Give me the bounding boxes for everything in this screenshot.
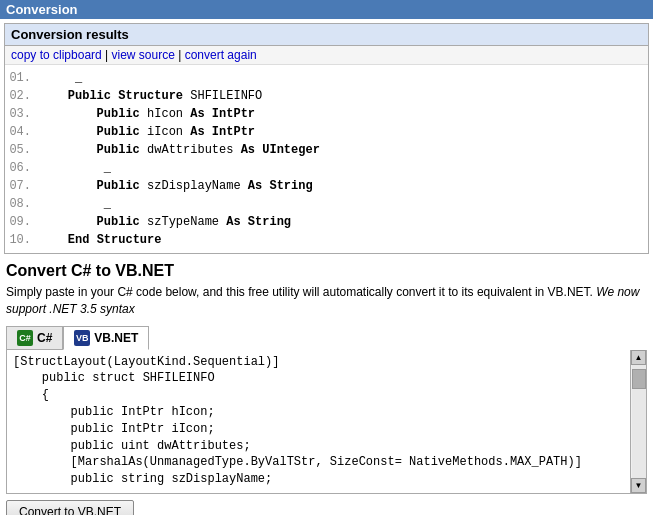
tab-csharp-label: C# [37,331,52,345]
line-code: Public iIcon As IntPtr [39,123,255,141]
line-code: Public dwAttributes As UInteger [39,141,320,159]
code-line: 03. Public hIcon As IntPtr [5,105,648,123]
code-line: 06. _ [5,159,648,177]
view-source-link[interactable]: view source [112,48,175,62]
tab-csharp[interactable]: C# C# [6,326,63,350]
line-number: 07. [9,177,39,195]
line-code: _ [39,69,82,87]
line-code: Public Structure SHFILEINFO [39,87,262,105]
line-code: Public szDisplayName As String [39,177,313,195]
line-number: 01. [9,69,39,87]
copy-to-clipboard-link[interactable]: copy to clipboard [11,48,102,62]
code-input[interactable] [7,350,646,490]
line-code: _ [39,195,111,213]
line-number: 03. [9,105,39,123]
code-line: 09. Public szTypeName As String [5,213,648,231]
csharp-icon: C# [17,330,33,346]
code-line: 02. Public Structure SHFILEINFO [5,87,648,105]
page-title: Conversion [0,0,653,19]
line-number: 06. [9,159,39,177]
results-header: Conversion results [5,24,648,46]
line-number: 05. [9,141,39,159]
code-line: 04. Public iIcon As IntPtr [5,123,648,141]
results-toolbar: copy to clipboard | view source | conver… [5,46,648,65]
line-number: 02. [9,87,39,105]
convert-description: Simply paste in your C# code below, and … [6,284,647,318]
line-number: 04. [9,123,39,141]
vbnet-icon: VB [74,330,90,346]
scroll-down-button[interactable]: ▼ [631,478,646,493]
code-line: 10. End Structure [5,231,648,249]
code-display: 01. _02. Public Structure SHFILEINFO03. … [5,65,648,253]
code-line: 07. Public szDisplayName As String [5,177,648,195]
results-section: Conversion results copy to clipboard | v… [4,23,649,254]
scroll-thumb[interactable] [632,369,646,389]
scrollbar[interactable]: ▲ ▼ [630,350,646,493]
convert-again-link[interactable]: convert again [185,48,257,62]
textarea-wrapper: ▲ ▼ [6,350,647,494]
line-number: 10. [9,231,39,249]
scroll-track [632,365,646,478]
code-line: 08. _ [5,195,648,213]
convert-button[interactable]: Convert to VB.NET [6,500,134,515]
line-code: _ [39,159,111,177]
line-number: 09. [9,213,39,231]
line-code: Public hIcon As IntPtr [39,105,255,123]
line-number: 08. [9,195,39,213]
convert-section: Convert C# to VB.NET Simply paste in you… [0,258,653,515]
language-tabs: C# C# VB VB.NET [6,326,647,350]
tab-vbnet-label: VB.NET [94,331,138,345]
code-line: 05. Public dwAttributes As UInteger [5,141,648,159]
scroll-up-button[interactable]: ▲ [631,350,646,365]
line-code: Public szTypeName As String [39,213,291,231]
line-code: End Structure [39,231,161,249]
code-line: 01. _ [5,69,648,87]
tab-vbnet[interactable]: VB VB.NET [63,326,149,350]
convert-title: Convert C# to VB.NET [6,262,647,280]
